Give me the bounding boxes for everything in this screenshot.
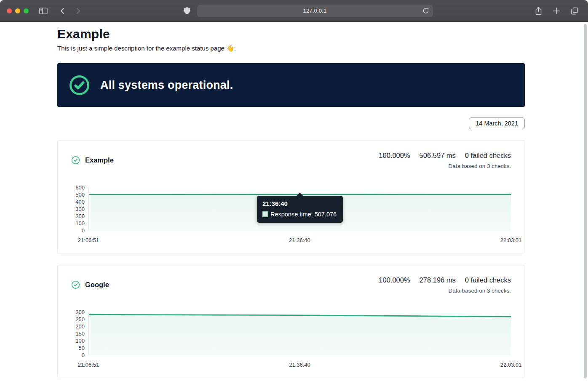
y-tick-label: 50 xyxy=(71,345,85,352)
y-tick-label: 300 xyxy=(71,309,85,316)
y-tick-label: 200 xyxy=(71,213,85,220)
date-picker-button[interactable]: 14 March, 2021 xyxy=(469,117,525,129)
date-row: 14 March, 2021 xyxy=(57,117,525,129)
y-tick-label: 100 xyxy=(71,338,85,344)
plot-area[interactable] xyxy=(88,312,511,355)
y-axis-labels: 6005004003002001000 xyxy=(71,184,85,234)
plot-column: 21:06:5121:36:4022:03:01 xyxy=(88,312,511,368)
service-ok-icon xyxy=(71,156,80,165)
status-banner: All systems operational. xyxy=(57,63,525,107)
series-swatch-icon xyxy=(262,211,268,217)
service-name: Example xyxy=(85,156,114,164)
toolbar-right-icons xyxy=(535,6,579,16)
plot-column: 21:36:40 Response time: 507.076 21:06:51… xyxy=(88,188,511,244)
y-tick-label: 0 xyxy=(71,352,85,359)
monitor-card-google: Google 100.000% 278.196 ms 0 failed chec… xyxy=(57,265,525,378)
uptime-value: 100.000% xyxy=(379,152,410,160)
new-tab-icon[interactable] xyxy=(553,7,560,15)
address-bar[interactable]: 127.0.0.1 xyxy=(197,5,433,17)
minimize-window-button[interactable] xyxy=(15,8,20,13)
forward-button-icon[interactable] xyxy=(75,7,82,15)
x-tick-label: 21:06:51 xyxy=(78,237,99,243)
x-axis-labels: 21:06:5121:36:4022:03:01 xyxy=(88,362,511,368)
browser-toolbar: 127.0.0.1 xyxy=(0,0,588,22)
service-ok-icon xyxy=(71,280,80,289)
service-title: Google xyxy=(71,280,109,289)
area-line-series xyxy=(89,312,511,355)
tab-overview-icon[interactable] xyxy=(570,7,579,15)
tooltip-time: 21:36:40 xyxy=(262,200,337,207)
reload-icon[interactable] xyxy=(422,7,429,14)
page-description: This is just a simple description for th… xyxy=(57,45,525,52)
y-tick-label: 250 xyxy=(71,316,85,323)
x-tick-label: 22:03:01 xyxy=(500,362,522,368)
service-stats: 100.000% 506.597 ms 0 failed checks Data… xyxy=(379,152,511,169)
x-tick-label: 21:36:40 xyxy=(289,237,310,243)
monitor-card-example: Example 100.000% 506.597 ms 0 failed che… xyxy=(57,140,525,253)
browser-window: 127.0.0.1 xyxy=(0,0,588,381)
service-title: Example xyxy=(71,156,114,165)
plot-area[interactable]: 21:36:40 Response time: 507.076 xyxy=(88,188,511,231)
x-tick-label: 21:36:40 xyxy=(289,362,310,368)
y-tick-label: 100 xyxy=(71,220,85,227)
status-page-content: Example This is just a simple descriptio… xyxy=(57,22,525,378)
tooltip-value: Response time: 507.076 xyxy=(270,211,337,218)
response-time-value: 278.196 ms xyxy=(420,276,456,284)
sidebar-toggle-icon[interactable] xyxy=(39,7,48,15)
service-name: Google xyxy=(85,281,109,289)
chart-tooltip: 21:36:40 Response time: 507.076 xyxy=(257,196,343,223)
y-tick-label: 300 xyxy=(71,206,85,213)
zoom-window-button[interactable] xyxy=(24,8,29,13)
response-time-chart: 300250200150100500 21:06:5121:36:4022:03… xyxy=(71,312,511,368)
card-header: Example 100.000% 506.597 ms 0 failed che… xyxy=(71,152,511,169)
tooltip-row: Response time: 507.076 xyxy=(262,211,337,218)
x-axis-labels: 21:06:5121:36:4022:03:01 xyxy=(88,237,511,244)
stats-note: Data based on 3 checks. xyxy=(379,163,511,169)
x-tick-label: 22:03:01 xyxy=(500,237,522,243)
stats-row: 100.000% 506.597 ms 0 failed checks xyxy=(379,152,511,160)
failed-checks-value: 0 failed checks xyxy=(465,152,511,160)
privacy-shield-icon[interactable] xyxy=(184,7,190,15)
y-tick-label: 0 xyxy=(71,227,85,234)
response-time-value: 506.597 ms xyxy=(420,152,456,160)
status-banner-text: All systems operational. xyxy=(100,79,233,92)
card-header: Google 100.000% 278.196 ms 0 failed chec… xyxy=(71,276,511,294)
response-time-chart: 6005004003002001000 21:36:40 Response ti… xyxy=(71,188,511,244)
failed-checks-value: 0 failed checks xyxy=(465,276,511,284)
y-tick-label: 200 xyxy=(71,323,85,330)
y-tick-label: 600 xyxy=(71,184,85,191)
uptime-value: 100.000% xyxy=(379,276,410,284)
scrollbar-thumb[interactable] xyxy=(584,24,587,378)
service-stats: 100.000% 278.196 ms 0 failed checks Data… xyxy=(379,276,511,294)
y-tick-label: 500 xyxy=(71,192,85,198)
stats-row: 100.000% 278.196 ms 0 failed checks xyxy=(379,276,511,284)
page-title: Example xyxy=(57,27,525,41)
operational-check-icon xyxy=(69,75,90,96)
address-bar-url[interactable]: 127.0.0.1 xyxy=(303,8,326,14)
close-window-button[interactable] xyxy=(7,8,12,13)
share-icon[interactable] xyxy=(535,6,543,16)
back-button-icon[interactable] xyxy=(59,7,66,15)
x-tick-label: 21:06:51 xyxy=(78,362,99,368)
y-tick-label: 150 xyxy=(71,330,85,337)
page-viewport: Example This is just a simple descriptio… xyxy=(0,22,588,381)
y-tick-label: 400 xyxy=(71,199,85,205)
stats-note: Data based on 3 checks. xyxy=(379,288,511,294)
window-controls xyxy=(7,8,29,13)
y-axis-labels: 300250200150100500 xyxy=(71,309,85,359)
